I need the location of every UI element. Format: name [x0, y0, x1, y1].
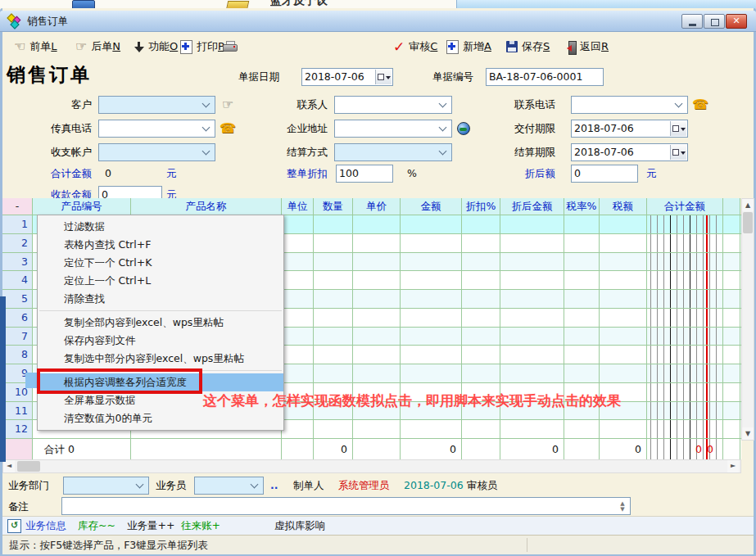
grid-cell[interactable] — [723, 234, 740, 252]
grid-cell[interactable] — [564, 328, 600, 346]
grid-cell[interactable] — [564, 290, 600, 308]
grid-cell[interactable] — [723, 215, 740, 233]
grid-header-cell[interactable]: 税额 — [600, 198, 647, 215]
grid-cell[interactable] — [282, 364, 314, 382]
grid-cell[interactable] — [462, 364, 500, 382]
grid-ledger-cell[interactable] — [647, 328, 723, 346]
grid-row-number[interactable]: 7 — [2, 328, 33, 346]
grid-cell[interactable] — [282, 271, 314, 289]
refresh-icon[interactable]: ↺ — [7, 519, 21, 533]
grid-row-number[interactable]: 3 — [2, 253, 33, 271]
grid-cell[interactable] — [282, 309, 314, 327]
grid-cell[interactable] — [600, 271, 647, 289]
grid-cell[interactable] — [723, 364, 740, 382]
grid-cell[interactable] — [401, 253, 462, 271]
after-discount-input[interactable]: 0 — [571, 165, 638, 183]
grid-cell[interactable] — [600, 234, 647, 252]
horizontal-scrollbar[interactable]: ◄ ► — [2, 459, 741, 473]
grid-cell[interactable] — [723, 328, 740, 346]
scrollbar-thumb[interactable] — [17, 461, 40, 472]
grid-cell[interactable] — [314, 215, 353, 233]
grid-cell[interactable] — [600, 290, 647, 308]
grid-header-cell[interactable]: 折后金额 — [500, 198, 564, 215]
grid-header-cell[interactable]: 折扣% — [462, 198, 500, 215]
grid-cell[interactable] — [564, 364, 600, 382]
grid-cell[interactable] — [462, 290, 500, 308]
settle-method-combobox[interactable] — [334, 143, 452, 161]
grid-cell[interactable] — [500, 253, 564, 271]
grid-cell[interactable] — [282, 253, 314, 271]
grid-ledger-cell[interactable] — [647, 420, 723, 438]
grid-cell[interactable] — [401, 309, 462, 327]
menu-item[interactable]: 定位下一个 Ctrl+K — [38, 254, 283, 272]
grid-cell[interactable] — [314, 328, 353, 346]
grid-cell[interactable] — [564, 253, 600, 271]
next-doc-button[interactable]: ☞ 后单N — [75, 37, 120, 57]
grid-cell[interactable] — [401, 364, 462, 382]
grid-cell[interactable] — [723, 402, 740, 420]
grid-cell[interactable] — [282, 420, 314, 438]
dept-combobox[interactable] — [63, 477, 149, 495]
grid-row-number[interactable]: 5 — [2, 290, 33, 308]
grid-cell[interactable] — [564, 271, 600, 289]
pointer-hand-icon[interactable]: ☞ — [222, 98, 233, 111]
menu-item[interactable]: 复制选中部分内容到excel、wps里粘帖 — [38, 350, 283, 368]
back-button[interactable]: 返回R — [564, 37, 609, 57]
grid-header-cell[interactable]: 数量 — [314, 198, 353, 215]
printer-quick-button[interactable] — [223, 37, 237, 57]
grid-cell[interactable] — [462, 328, 500, 346]
close-button[interactable]: ✕ — [726, 14, 747, 29]
grid-cell[interactable] — [500, 309, 564, 327]
grid-cell[interactable] — [401, 271, 462, 289]
grid-cell[interactable] — [723, 290, 740, 308]
grid-cell[interactable] — [401, 215, 462, 233]
grid-cell[interactable] — [314, 271, 353, 289]
grid-cell[interactable] — [401, 328, 462, 346]
grid-cell[interactable] — [723, 383, 740, 401]
business-info-link[interactable]: 业务信息 — [25, 519, 66, 533]
address-combobox[interactable] — [334, 120, 452, 138]
grid-ledger-cell[interactable] — [647, 346, 723, 364]
menu-item[interactable]: 表格内查找 Ctrl+F — [38, 236, 283, 254]
grid-cell[interactable] — [462, 346, 500, 364]
grid-cell[interactable] — [353, 215, 401, 233]
grid-cell[interactable] — [600, 309, 647, 327]
grid-cell[interactable] — [282, 290, 314, 308]
menu-item[interactable]: 过滤数据 — [38, 218, 283, 236]
grid-cell[interactable] — [353, 271, 401, 289]
scroll-right-icon[interactable]: ► — [727, 460, 739, 472]
grid-cell[interactable] — [401, 234, 462, 252]
contact-combobox[interactable] — [334, 96, 452, 114]
menu-item[interactable]: 清空数值为0的单元 — [38, 409, 283, 427]
account-combobox[interactable] — [98, 143, 215, 161]
grid-header-cell[interactable]: 单价 — [353, 198, 401, 215]
grid-cell[interactable] — [314, 253, 353, 271]
grid-cell[interactable] — [314, 420, 353, 438]
grid-cell[interactable] — [353, 290, 401, 308]
audit-button[interactable]: ✓ 审核C — [393, 37, 437, 57]
grid-cell[interactable] — [500, 234, 564, 252]
grid-ledger-cell[interactable] — [647, 309, 723, 327]
calendar-icon[interactable] — [375, 70, 392, 84]
grid-row-number[interactable]: 1 — [2, 215, 33, 233]
grid-cell[interactable] — [462, 234, 500, 252]
grid-cell[interactable] — [600, 328, 647, 346]
vertical-scrollbar[interactable]: ▲ ▼ — [741, 198, 754, 441]
add-button[interactable]: 新增A — [446, 37, 491, 57]
grid-cell[interactable] — [600, 346, 647, 364]
grid-cell[interactable] — [401, 346, 462, 364]
grid-cell[interactable] — [462, 215, 500, 233]
grid-cell[interactable] — [353, 420, 401, 438]
phone-icon[interactable]: ☎ — [220, 122, 236, 135]
menu-item[interactable]: 定位上一个 Ctrl+L — [38, 272, 283, 290]
grid-cell[interactable] — [500, 271, 564, 289]
discount-input[interactable]: 100 — [336, 165, 393, 183]
grid-cell[interactable] — [500, 364, 564, 382]
grid-header-cell[interactable]: 产品名称 — [131, 198, 282, 215]
globe-icon[interactable] — [457, 122, 470, 135]
save-button[interactable]: 保存S — [506, 37, 550, 57]
grid-cell[interactable] — [401, 420, 462, 438]
grid-cell[interactable] — [314, 234, 353, 252]
scroll-up-icon[interactable]: ▲ — [742, 199, 754, 211]
fax-combobox[interactable] — [98, 120, 215, 138]
